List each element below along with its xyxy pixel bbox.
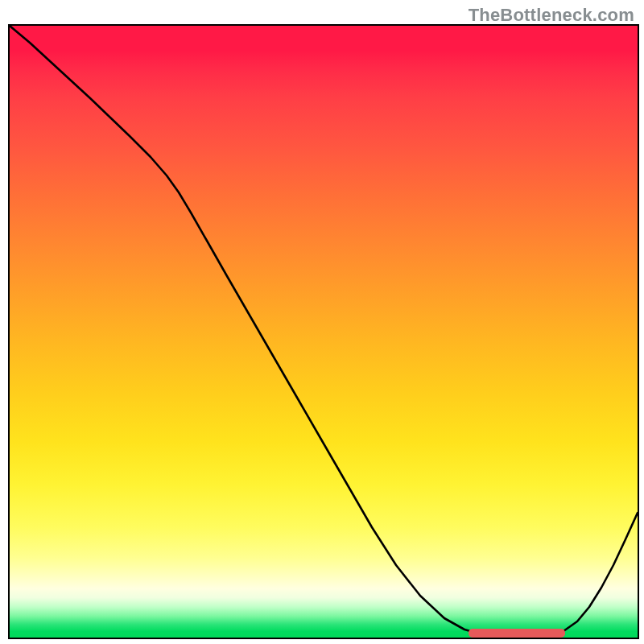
optimal-marker [469, 629, 565, 638]
chart-container: TheBottleneck.com [0, 0, 644, 644]
plot-area [8, 24, 639, 639]
overlay-svg [10, 26, 638, 638]
bottleneck-curve [10, 26, 638, 638]
attribution-text: TheBottleneck.com [469, 5, 634, 26]
